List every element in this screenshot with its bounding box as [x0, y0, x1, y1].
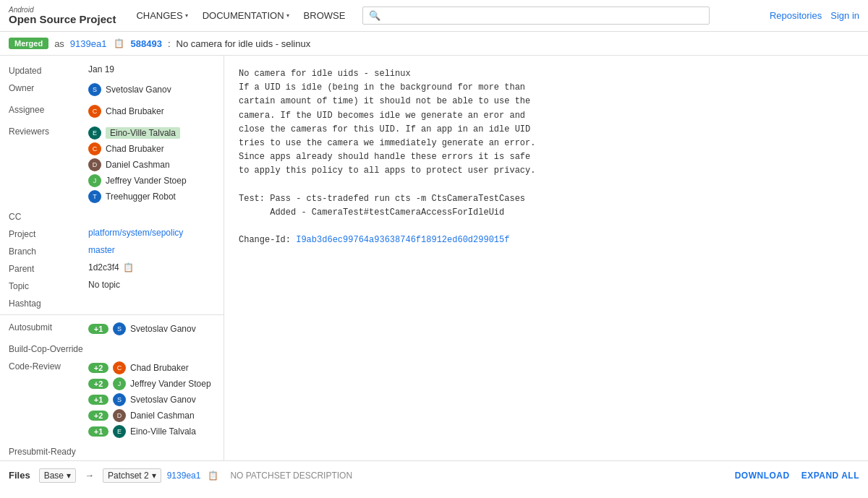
reviewers-row: Reviewers E Eino-Ville Talvala C Chad Br… [0, 122, 224, 207]
patchset-select[interactable]: Patchset 2 ▾ [103, 468, 161, 483]
codereview-label: Code-Review [9, 360, 88, 372]
search-box[interactable]: 🔍 [362, 7, 710, 25]
no-patchset-desc: NO PATCHSET DESCRIPTION [230, 471, 352, 481]
project-link[interactable]: platform/system/sepolicy [88, 228, 183, 238]
codereview-avatar-1: J [113, 377, 126, 390]
autosubmit-avatar: S [113, 322, 126, 335]
reviewer-row-4: T Treehugger Robot [88, 189, 215, 205]
topic-label: Topic [9, 280, 88, 291]
codereview-value: +2 C Chad Brubaker +2 J Jeffrey Vander S… [88, 360, 215, 439]
change-number-link[interactable]: 588493 [130, 38, 161, 49]
reviewer-avatar-0: E [88, 126, 101, 139]
files-label: Files [9, 470, 30, 481]
patchset-commit-link[interactable]: 9139ea1 [167, 471, 201, 481]
reviewer-avatar-2: D [88, 158, 101, 171]
left-panel: Updated Jan 19 Owner S Svetoslav Ganov A… [0, 56, 224, 460]
codereview-user-2[interactable]: Svetoslav Ganov [130, 395, 196, 405]
codereview-vote-row-2: +1 S Svetoslav Ganov [88, 392, 215, 408]
owner-name[interactable]: Svetoslav Ganov [106, 85, 171, 95]
codereview-badge-0: +2 [88, 363, 109, 373]
change-id-link[interactable]: I9ab3d6ec99764a93638746f18912ed60d299015… [296, 235, 509, 245]
codereview-vote-row-4: +1 E Eino-Ville Talvala [88, 424, 215, 439]
autosubmit-vote-row: +1 S Svetoslav Ganov [88, 321, 215, 337]
reviewer-name-1[interactable]: Chad Brubaker [106, 144, 164, 154]
buildcop-label: Build-Cop-Override [9, 343, 88, 354]
codereview-badge-4: +1 [88, 426, 109, 437]
codereview-avatar-0: C [113, 361, 126, 374]
codereview-badge-3: +2 [88, 411, 109, 421]
copy-commit-icon[interactable]: 📋 [114, 38, 124, 48]
main-nav: CHANGES ▾ DOCUMENTATION ▾ BROWSE [130, 7, 351, 24]
parent-id[interactable]: 1d2c3f4 [88, 262, 119, 272]
branch-link[interactable]: master [88, 245, 115, 255]
parent-label: Parent [9, 262, 88, 274]
reviewer-name-2[interactable]: Daniel Cashman [106, 160, 170, 170]
nav-documentation[interactable]: DOCUMENTATION ▾ [197, 7, 295, 24]
codereview-user-4[interactable]: Eino-Ville Talvala [130, 426, 196, 437]
assignee-user-row: C Chad Brubaker [88, 103, 215, 119]
codereview-user-1[interactable]: Jeffrey Vander Stoep [130, 379, 211, 389]
commit-body: If a UID is idle (being in the backgroun… [239, 82, 535, 245]
reviewer-name-3[interactable]: Jeffrey Vander Stoep [106, 176, 187, 186]
assignee-row: Assignee C Chad Brubaker [0, 100, 224, 122]
reviewer-name-0[interactable]: Eino-Ville Talvala [106, 127, 180, 139]
reviewer-name-4[interactable]: Treehugger Robot [106, 192, 176, 202]
autosubmit-row: Autosubmit +1 S Svetoslav Ganov [0, 318, 224, 340]
files-bar: Files Base ▾ → Patchset 2 ▾ 9139ea1 📋 NO… [0, 460, 868, 489]
download-button[interactable]: DOWNLOAD [735, 471, 790, 481]
parent-row: Parent 1d2c3f4 📋 [0, 259, 224, 277]
codereview-avatar-3: D [113, 409, 126, 422]
base-select[interactable]: Base ▾ [39, 468, 76, 483]
as-text: as [54, 38, 64, 49]
expand-all-button[interactable]: EXPAND ALL [801, 471, 859, 481]
nav-browse[interactable]: BROWSE [298, 7, 352, 24]
codereview-user-0[interactable]: Chad Brubaker [130, 363, 189, 373]
title-separator: : [168, 38, 171, 49]
reviewer-row-3: J Jeffrey Vander Stoep [88, 173, 215, 189]
reviewer-avatar-3: J [88, 174, 101, 187]
codereview-vote-row-3: +2 D Daniel Cashman [88, 408, 215, 424]
signin-link[interactable]: Sign in [830, 10, 859, 21]
main-content: Updated Jan 19 Owner S Svetoslav Ganov A… [0, 56, 868, 460]
autosubmit-user[interactable]: Svetoslav Ganov [130, 324, 196, 334]
files-actions: DOWNLOAD EXPAND ALL [735, 471, 859, 481]
codereview-avatar-4: E [113, 425, 126, 438]
parent-value: 1d2c3f4 📋 [88, 262, 215, 272]
owner-label: Owner [9, 82, 88, 93]
codereview-badge-2: +1 [88, 395, 109, 405]
codereview-avatar-2: S [113, 393, 126, 406]
reviewer-avatar-1: C [88, 142, 101, 155]
repositories-link[interactable]: Repositories [770, 10, 822, 21]
commit-message: No camera for idle uids - selinux If a U… [239, 67, 854, 247]
codereview-vote-row-1: +2 J Jeffrey Vander Stoep [88, 376, 215, 392]
reviewers-value: E Eino-Ville Talvala C Chad Brubaker D D… [88, 125, 215, 205]
base-arrow-icon: ▾ [67, 471, 71, 481]
reviewer-row-2: D Daniel Cashman [88, 157, 215, 173]
updated-label: Updated [9, 64, 88, 76]
copy-parent-icon[interactable]: 📋 [123, 262, 134, 272]
updated-row: Updated Jan 19 [0, 61, 224, 79]
branch-value: master [88, 245, 215, 255]
commit-hash-link[interactable]: 9139ea1 [70, 38, 107, 49]
patchset-label: Patchset 2 [108, 471, 149, 481]
project-label: Project [9, 228, 88, 239]
arrow-right-icon: → [85, 470, 94, 481]
owner-value: S Svetoslav Ganov [88, 82, 215, 98]
codereview-user-3[interactable]: Daniel Cashman [130, 411, 195, 421]
header-links: Repositories Sign in [770, 10, 859, 21]
search-container: 🔍 [362, 7, 758, 25]
project-value: platform/system/sepolicy [88, 228, 215, 238]
nav-changes[interactable]: CHANGES ▾ [130, 7, 193, 24]
assignee-name[interactable]: Chad Brubaker [106, 106, 164, 116]
change-title: No camera for idle uids - selinux [176, 38, 311, 49]
cc-label: CC [9, 210, 88, 222]
reviewer-row-0: E Eino-Ville Talvala [88, 125, 215, 141]
logo-link[interactable]: Android Open Source Project [9, 6, 116, 26]
owner-user-row: S Svetoslav Ganov [88, 82, 215, 98]
codereview-row: Code-Review +2 C Chad Brubaker +2 J Jeff… [0, 357, 224, 442]
changes-arrow-icon: ▾ [185, 12, 188, 19]
hashtag-row: Hashtag [0, 294, 224, 312]
copy-patchset-icon[interactable]: 📋 [208, 471, 218, 481]
search-input[interactable] [385, 10, 703, 21]
owner-avatar: S [88, 83, 101, 96]
